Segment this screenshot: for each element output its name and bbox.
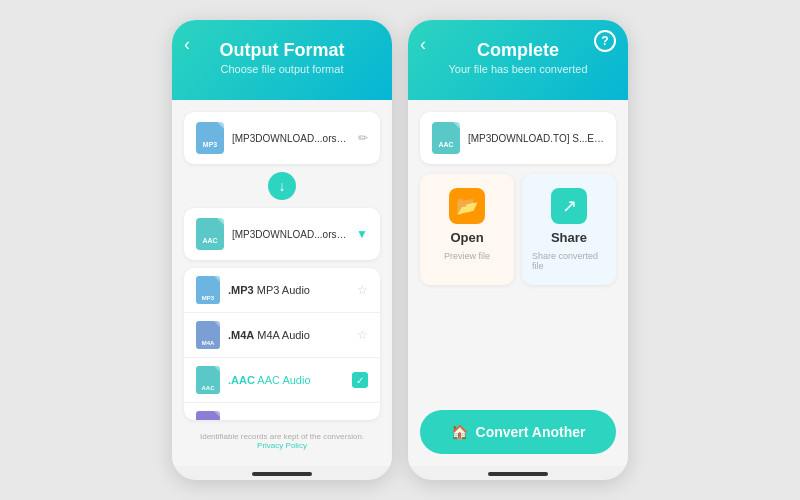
aac-check-icon: ✓ (352, 372, 368, 388)
screen2-title: Complete (477, 40, 559, 61)
share-card[interactable]: ↗ Share Share converted file (522, 174, 616, 285)
home-indicator-screen2 (488, 472, 548, 476)
output-file-icon: AAC (196, 218, 224, 250)
format-selector-row[interactable]: AAC [MP3DOWNLOAD...orship-64k.AAC ▼ (184, 208, 380, 260)
flac-label: .FLAC FLAC Audio (228, 419, 349, 420)
format-item-mp3[interactable]: MP3 .MP3 MP3 Audio ☆ (184, 268, 380, 313)
format-item-flac[interactable]: FLAC .FLAC FLAC Audio ☆ (184, 403, 380, 420)
open-icon: 📂 (449, 188, 485, 224)
screen2-body: AAC [MP3DOWNLOAD.TO] S...Exalt Worship-6… (408, 100, 628, 466)
input-file-icon: MP3 (196, 122, 224, 154)
screen2-header: ‹ ? Complete Your file has been converte… (408, 20, 628, 100)
format-list: MP3 .MP3 MP3 Audio ☆ M4A .M4A M4A Audio … (184, 268, 380, 420)
screen1-title: Output Format (220, 40, 345, 61)
m4a-star-icon[interactable]: ☆ (357, 328, 368, 342)
screen1-body: MP3 [MP3DOWNLOAD...orship-64k.MP3 ✏ ↓ AA… (172, 100, 392, 466)
screen-complete: ‹ ? Complete Your file has been converte… (408, 20, 628, 480)
convert-another-label: Convert Another (476, 424, 586, 440)
arrow-circle: ↓ (268, 172, 296, 200)
m4a-label: .M4A M4A Audio (228, 329, 349, 341)
m4a-icon: M4A (196, 321, 220, 349)
screen2-subtitle: Your file has been converted (448, 63, 587, 75)
aac-icon: AAC (196, 366, 220, 394)
screens-container: ‹ Output Format Choose file output forma… (152, 0, 648, 500)
mp3-label: .MP3 MP3 Audio (228, 284, 349, 296)
share-icon: ↗ (551, 188, 587, 224)
screen-output-format: ‹ Output Format Choose file output forma… (172, 20, 392, 480)
completed-file-row: AAC [MP3DOWNLOAD.TO] S...Exalt Worship-6… (420, 112, 616, 164)
format-item-aac[interactable]: AAC .AAC AAC Audio ✓ (184, 358, 380, 403)
home-icon: 🏠 (451, 424, 468, 440)
help-button[interactable]: ? (594, 30, 616, 52)
input-file-row: MP3 [MP3DOWNLOAD...orship-64k.MP3 ✏ (184, 112, 380, 164)
share-label: Share (551, 230, 587, 245)
home-indicator-screen1 (252, 472, 312, 476)
share-sublabel: Share converted file (532, 251, 606, 271)
format-item-m4a[interactable]: M4A .M4A M4A Audio ☆ (184, 313, 380, 358)
footer-text: Identifiable records are kept of the con… (184, 428, 380, 454)
convert-arrow: ↓ (184, 172, 380, 200)
completed-file-name: [MP3DOWNLOAD.TO] S...Exalt Worship-64k.a… (468, 133, 604, 144)
open-sublabel: Preview file (444, 251, 490, 261)
mp3-icon: MP3 (196, 276, 220, 304)
back-button-screen1[interactable]: ‹ (184, 34, 190, 55)
privacy-link[interactable]: Privacy Policy (257, 441, 307, 450)
screen1-header: ‹ Output Format Choose file output forma… (172, 20, 392, 100)
aac-label: .AAC AAC Audio (228, 374, 344, 386)
flac-icon: FLAC (196, 411, 220, 420)
input-file-name: [MP3DOWNLOAD...orship-64k.MP3 (232, 133, 350, 144)
dropdown-icon: ▼ (356, 227, 368, 241)
output-file-name: [MP3DOWNLOAD...orship-64k.AAC (232, 229, 348, 240)
back-button-screen2[interactable]: ‹ (420, 34, 426, 55)
mp3-star-icon[interactable]: ☆ (357, 283, 368, 297)
screen1-subtitle: Choose file output format (221, 63, 344, 75)
open-label: Open (450, 230, 483, 245)
edit-icon[interactable]: ✏ (358, 131, 368, 145)
spacer (420, 295, 616, 400)
action-cards: 📂 Open Preview file ↗ Share Share conver… (420, 174, 616, 285)
flac-star-icon[interactable]: ☆ (357, 418, 368, 420)
convert-another-button[interactable]: 🏠 Convert Another (420, 410, 616, 454)
open-card[interactable]: 📂 Open Preview file (420, 174, 514, 285)
completed-file-icon: AAC (432, 122, 460, 154)
